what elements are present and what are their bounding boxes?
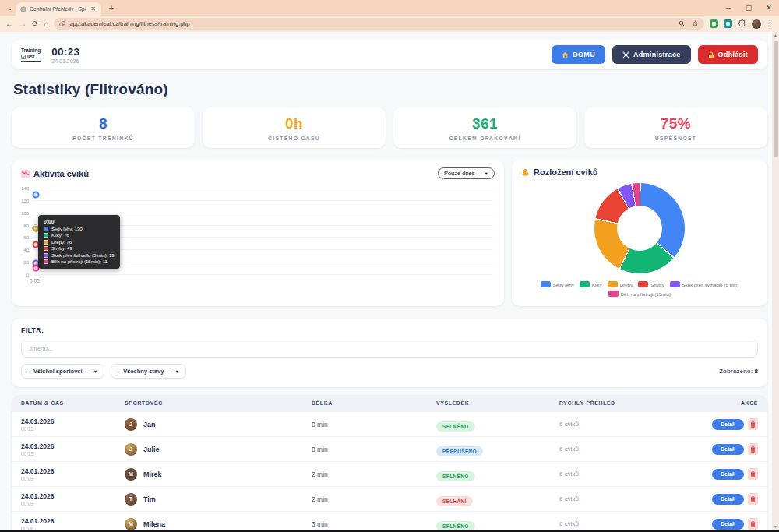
extensions-puzzle-icon[interactable] [738, 19, 746, 28]
scroll-up-icon[interactable]: ▲ [772, 33, 779, 37]
athletes-filter-select[interactable]: -- Všichni sportovci -- ▼ [21, 364, 104, 379]
detail-button[interactable]: Detail [712, 419, 744, 430]
session-date: 24.01.2026 [21, 442, 125, 450]
tooltip-item-text: Dřepy: 76 [51, 240, 72, 245]
extension-icon[interactable] [724, 19, 732, 28]
y-axis-tick: 40 [23, 248, 32, 252]
gridline [32, 188, 493, 188]
tab-title: Centrální Přehledy - Sportovci [30, 6, 86, 12]
y-axis-tick: 20 [23, 260, 32, 265]
donut-chart [594, 183, 685, 273]
tab-search-chevron-icon[interactable]: ⌄ [5, 5, 16, 12]
chevron-down-icon: ▼ [485, 171, 488, 176]
administration-button[interactable]: Administrace [612, 45, 691, 64]
date-cell: 24.01.202600:15 [21, 417, 125, 432]
distribution-chart-title: Rozložení cviků [534, 167, 598, 177]
delete-button[interactable] [748, 443, 758, 455]
detail-button[interactable]: Detail [712, 519, 744, 530]
legend-swatch [638, 281, 648, 287]
session-time: 00:15 [21, 426, 125, 432]
stat-card-trainings: 8 POČET TRÉNINKŮ [12, 107, 195, 148]
home-icon[interactable]: ⌂ [44, 20, 48, 28]
tooltip-item: Běh na přístroji (15min): 11 [44, 259, 115, 264]
athlete-name: Jan [143, 421, 156, 428]
app-header: Training list 00:23 24.01.2026 DOMŮ Admi… [12, 40, 767, 69]
detail-button[interactable]: Detail [712, 494, 744, 505]
legend-swatch [670, 281, 680, 287]
session-date: 24.01.2026 [21, 417, 125, 425]
legend-swatch [608, 291, 619, 297]
scroll-down-icon[interactable]: ▼ [772, 524, 779, 529]
legend-item: Běh na přístroji (15min) [608, 291, 671, 297]
detail-button[interactable]: Detail [712, 469, 744, 480]
duration-cell: 0 min [312, 446, 436, 453]
browser-toolbar: ← → ⟳ ⌂ app.akademieai.cz/training/fitne… [0, 16, 779, 32]
stat-value: 75% [587, 115, 764, 132]
states-filter-select[interactable]: -- Všechny stavy -- ▼ [111, 364, 186, 379]
browser-tab-active[interactable]: Centrální Přehledy - Sportovci ✕ [16, 2, 101, 16]
back-icon[interactable]: ← [5, 20, 13, 28]
extension-icon[interactable] [710, 19, 718, 28]
legend-label: Kliky [592, 282, 602, 287]
y-axis-tick: 0 [26, 273, 32, 277]
athlete-avatar: T [125, 493, 137, 506]
page-scrollbar[interactable]: ▲ ▼ [772, 32, 779, 530]
actions-cell: Detail [692, 468, 758, 480]
stat-label: ČISTÉHO ČASU [206, 136, 382, 141]
athlete-name: Tim [143, 495, 156, 503]
delete-button[interactable] [748, 493, 758, 505]
tooltip-swatch [44, 259, 48, 264]
tab-close-icon[interactable]: ✕ [90, 5, 97, 12]
time-filter-select[interactable]: Pouze dnes ▼ [438, 167, 495, 179]
actions-cell: Detail [692, 493, 758, 505]
close-button[interactable]: ✕ [759, 0, 779, 16]
date-cell: 24.01.202600:13 [21, 442, 125, 456]
maximize-button[interactable]: ▢ [738, 0, 759, 16]
forward-icon[interactable]: → [19, 20, 26, 28]
chevron-down-icon: ▼ [174, 369, 178, 374]
athlete-name: Milena [143, 520, 165, 528]
chart-legend: Sedy lehyKlikyDřepyShybySkok přes švihad… [521, 281, 758, 297]
tooltip-item: Sedy lehy: 130 [44, 227, 115, 231]
reload-icon[interactable]: ⟳ [32, 20, 38, 28]
lock-icon [708, 51, 714, 58]
logout-button[interactable]: Odhlásit [698, 45, 758, 64]
detail-button[interactable]: Detail [712, 444, 744, 455]
tooltip-swatch [44, 227, 48, 231]
clock-time: 00:23 [51, 46, 79, 58]
new-tab-button[interactable]: + [106, 3, 117, 12]
legend-item: Shyby [638, 281, 664, 287]
tooltip-swatch [44, 240, 48, 245]
distribution-chart-card: Rozložení cviků Sedy lehyKlikyDřepyShyby… [512, 160, 767, 306]
col-header-date: DATUM & ČAS [21, 400, 125, 406]
tooltip-swatch [44, 246, 48, 251]
overview-cell: 6 cviků [559, 470, 692, 477]
tooltip-item-text: Běh na přístroji (15min): 11 [51, 259, 108, 264]
delete-button[interactable] [748, 418, 758, 430]
browser-tabbar: ⌄ Centrální Přehledy - Sportovci ✕ + ─ ▢… [0, 0, 779, 16]
gridline [32, 200, 493, 201]
date-cell: 24.01.202600:08 [21, 517, 125, 531]
status-badge: SPLNĚNO [436, 421, 475, 432]
trash-icon [750, 471, 756, 477]
delete-button[interactable] [748, 518, 758, 530]
address-bar[interactable]: app.akademieai.cz/training/fitness/train… [54, 18, 704, 30]
table-row: 24.01.202600:09MMirek2 minSPLNĚNO6 cviků… [12, 461, 767, 486]
home-button[interactable]: DOMŮ [552, 45, 605, 64]
data-point [33, 191, 40, 198]
table-row: 24.01.202600:13JJulie0 minPŘERUŠENO6 cvi… [12, 436, 767, 461]
col-header-result: VÝSLEDEK [436, 400, 559, 406]
actions-cell: Detail [692, 518, 758, 530]
search-icon[interactable] [679, 20, 686, 27]
menu-dots-icon[interactable]: ⋮ [767, 20, 774, 28]
name-filter-input[interactable] [21, 340, 758, 358]
scrollbar-thumb[interactable] [774, 41, 778, 157]
minimize-button[interactable]: ─ [718, 0, 738, 16]
session-date: 24.01.2026 [21, 517, 125, 525]
session-time: 00:09 [21, 501, 125, 506]
profile-avatar[interactable] [752, 19, 761, 29]
trash-icon [750, 496, 756, 502]
duration-cell: 2 min [312, 495, 436, 503]
delete-button[interactable] [748, 468, 758, 480]
bookmark-star-icon[interactable] [692, 20, 699, 27]
